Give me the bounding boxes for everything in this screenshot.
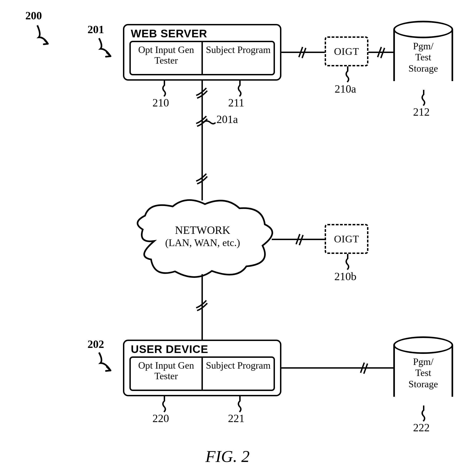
ref-201a: 201a [216,113,238,125]
user-device-cell-left: Opt Input Gen Tester [131,358,202,390]
ref-202-arrow [94,351,122,374]
storage-bot: Pgm/ Test Storage [393,336,453,406]
break-ws-oigt [298,46,309,59]
user-device-title: USER DEVICE [124,341,280,356]
leader-221 [235,396,244,412]
leader-222 [419,406,428,422]
storage-top-label: Pgm/ Test Storage [393,41,453,74]
ref-210: 210 [145,96,177,109]
break-ud-db [359,361,371,375]
break-cloud-oigtb [295,233,306,247]
ref-202: 202 [88,338,104,351]
web-server-box: WEB SERVER Opt Input Gen Tester Subject … [123,24,281,81]
leader-201a [203,118,216,127]
ref-201-arrow [94,37,122,60]
conn-ud-db [281,367,394,369]
storage-bot-label: Pgm/ Test Storage [393,356,453,390]
figure-title: FIG. 2 [0,447,455,466]
leader-220 [160,396,169,412]
figure-canvas: 200 201 WEB SERVER Opt Input Gen Tester … [0,0,455,476]
ref-221: 221 [220,412,252,425]
web-server-title: WEB SERVER [124,25,280,41]
break-v2 [195,173,209,184]
user-device-cell-right: Subject Program [203,358,274,390]
leader-211 [235,81,244,97]
network-label: NETWORK (LAN, WAN, etc.) [143,224,262,249]
oigt-a-box: OIGT [325,36,368,66]
oigt-b-box: OIGT [325,224,368,254]
user-device-inner: Opt Input Gen Tester Subject Program [130,356,275,391]
ref-222: 222 [403,421,440,434]
leader-210 [160,81,169,97]
break-oigt-db-top [376,46,388,59]
ref-212: 212 [403,106,440,118]
break-v1 [195,87,209,99]
web-server-cell-left: Opt Input Gen Tester [131,42,202,74]
ref-200-arrow [34,23,62,51]
ref-220: 220 [145,412,177,425]
break-v3 [195,300,209,311]
ref-210b: 210b [322,270,368,283]
leader-210b [343,254,352,270]
leader-210a [343,66,352,83]
ref-210a: 210a [322,83,368,95]
ref-200: 200 [25,9,42,22]
web-server-inner: Opt Input Gen Tester Subject Program [130,41,275,75]
ref-211: 211 [220,96,252,109]
leader-212 [419,90,428,106]
ref-201: 201 [88,23,104,36]
web-server-cell-right: Subject Program [203,42,274,74]
storage-top: Pgm/ Test Storage [393,21,453,90]
user-device-box: USER DEVICE Opt Input Gen Tester Subject… [123,340,281,396]
